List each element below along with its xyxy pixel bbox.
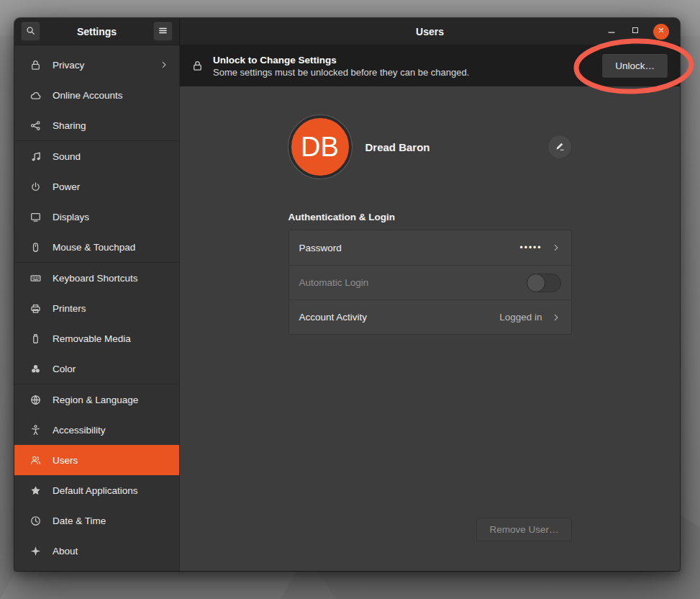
- maximize-button[interactable]: [629, 26, 641, 37]
- sidebar-item-color[interactable]: Color: [14, 353, 179, 384]
- sidebar-item-label: Keyboard Shortcuts: [53, 273, 138, 284]
- sidebar-item-label: Printers: [53, 303, 86, 314]
- sidebar-item-sharing[interactable]: Sharing: [14, 110, 179, 140]
- users-icon: [29, 454, 42, 467]
- sidebar-item-power[interactable]: Power: [14, 171, 179, 202]
- sidebar-item-online-accounts[interactable]: Online Accounts: [14, 80, 179, 110]
- close-icon: [657, 26, 665, 37]
- sidebar-item-label: Power: [53, 181, 80, 192]
- account-activity-label: Account Activity: [299, 312, 368, 323]
- automatic-login-label: Automatic Login: [299, 277, 369, 288]
- chevron-right-icon: [551, 243, 561, 253]
- globe-icon: [29, 394, 42, 406]
- sidebar-item-label: About: [53, 546, 78, 557]
- sidebar-item-about[interactable]: About: [14, 536, 179, 566]
- sidebar-item-label: Sound: [53, 151, 81, 162]
- sidebar-item-default-applications[interactable]: Default Applications: [14, 475, 179, 505]
- sidebar-item-displays[interactable]: Displays: [14, 202, 179, 232]
- auth-list: Password ••••• Automatic Login Account A…: [288, 230, 572, 335]
- sidebar-item-label: Accessibility: [53, 425, 106, 436]
- avatar[interactable]: DB: [288, 115, 352, 179]
- banner-title: Unlock to Change Settings: [213, 55, 469, 66]
- sidebar-item-users[interactable]: Users: [14, 445, 179, 475]
- sidebar-item-region-language[interactable]: Region & Language: [14, 384, 179, 415]
- sidebar-item-label: Users: [53, 455, 78, 466]
- search-button[interactable]: [21, 22, 40, 41]
- sidebar-nav: PrivacyOnline AccountsSharingSoundPowerD…: [14, 45, 180, 571]
- sidebar-headerbar: Settings: [14, 18, 180, 45]
- user-name: Dread Baron: [365, 141, 430, 153]
- sidebar-item-label: Region & Language: [53, 395, 138, 405]
- music-note-icon: [29, 150, 42, 163]
- hamburger-menu-icon: [158, 25, 168, 38]
- sidebar-item-accessibility[interactable]: Accessibility: [14, 415, 179, 445]
- display-icon: [29, 211, 42, 223]
- settings-window: Settings Users PrivacyOnline AccountsSha…: [14, 18, 680, 571]
- power-icon: [29, 181, 42, 193]
- account-activity-value: Logged in: [499, 312, 542, 323]
- sidebar-item-label: Displays: [53, 212, 89, 222]
- sidebar-item-sound[interactable]: Sound: [14, 141, 179, 171]
- sidebar-item-label: Online Accounts: [53, 90, 123, 101]
- content-headerbar: Users: [180, 18, 680, 45]
- automatic-login-toggle[interactable]: [527, 274, 561, 292]
- sidebar-item-privacy[interactable]: Privacy: [14, 50, 179, 80]
- accessibility-icon: [29, 424, 42, 436]
- printer-icon: [29, 302, 42, 315]
- sidebar-item-label: Date & Time: [53, 515, 106, 526]
- sidebar-title: Settings: [46, 26, 147, 37]
- pencil-icon: [554, 140, 565, 154]
- sidebar-item-date-time[interactable]: Date & Time: [14, 505, 179, 536]
- footer-row: Remove User…: [288, 335, 572, 571]
- menu-button[interactable]: [153, 22, 173, 41]
- minimize-icon: [606, 25, 617, 37]
- color-circles-icon: [29, 363, 42, 375]
- lock-icon: [191, 60, 204, 72]
- banner-text: Unlock to Change Settings Some settings …: [213, 55, 469, 78]
- clock-icon: [29, 515, 42, 527]
- password-label: Password: [299, 243, 342, 253]
- sidebar-item-mouse-touchpad[interactable]: Mouse & Touchpad: [14, 232, 179, 262]
- users-panel: DB Dread Baron Authentication & Login Pa…: [180, 86, 680, 571]
- user-block: DB Dread Baron: [288, 115, 572, 179]
- account-activity-row[interactable]: Account Activity Logged in: [289, 300, 571, 334]
- lock-icon: [29, 59, 42, 71]
- star-icon: [29, 485, 42, 497]
- sidebar-item-label: Mouse & Touchpad: [53, 242, 135, 253]
- maximize-icon: [630, 25, 640, 37]
- remove-user-button[interactable]: Remove User…: [476, 518, 571, 541]
- sidebar-item-label: Color: [53, 364, 76, 374]
- minimize-button[interactable]: [606, 26, 617, 37]
- unlock-banner: Unlock to Change Settings Some settings …: [180, 45, 680, 86]
- cloud-icon: [29, 89, 42, 102]
- sidebar-item-label: Default Applications: [53, 485, 138, 496]
- close-button[interactable]: [653, 24, 669, 40]
- sidebar-item-label: Removable Media: [53, 333, 131, 344]
- password-row[interactable]: Password •••••: [289, 230, 571, 265]
- sparkle-icon: [29, 545, 42, 557]
- sidebar-item-label: Privacy: [53, 60, 84, 71]
- toggle-knob: [527, 274, 545, 292]
- edit-name-button[interactable]: [547, 135, 572, 159]
- banner-subtitle: Some settings must be unlocked before th…: [213, 67, 469, 78]
- mouse-icon: [29, 241, 42, 253]
- sidebar-item-keyboard-shortcuts[interactable]: Keyboard Shortcuts: [14, 263, 179, 293]
- keyboard-icon: [29, 272, 42, 284]
- unlock-button[interactable]: Unlock…: [601, 53, 668, 78]
- sidebar-item-label: Sharing: [53, 120, 86, 131]
- sidebar-item-removable-media[interactable]: Removable Media: [14, 323, 179, 353]
- section-heading: Authentication & Login: [288, 212, 572, 222]
- search-icon: [25, 25, 36, 38]
- sidebar-item-printers[interactable]: Printers: [14, 293, 179, 323]
- usb-drive-icon: [29, 333, 42, 345]
- password-dots: •••••: [519, 243, 542, 253]
- automatic-login-row: Automatic Login: [289, 265, 571, 300]
- chevron-right-icon: [551, 312, 561, 323]
- page-title: Users: [180, 26, 680, 37]
- content-pane: Unlock to Change Settings Some settings …: [180, 45, 680, 571]
- share-icon: [29, 120, 42, 132]
- chevron-right-icon: [159, 60, 169, 70]
